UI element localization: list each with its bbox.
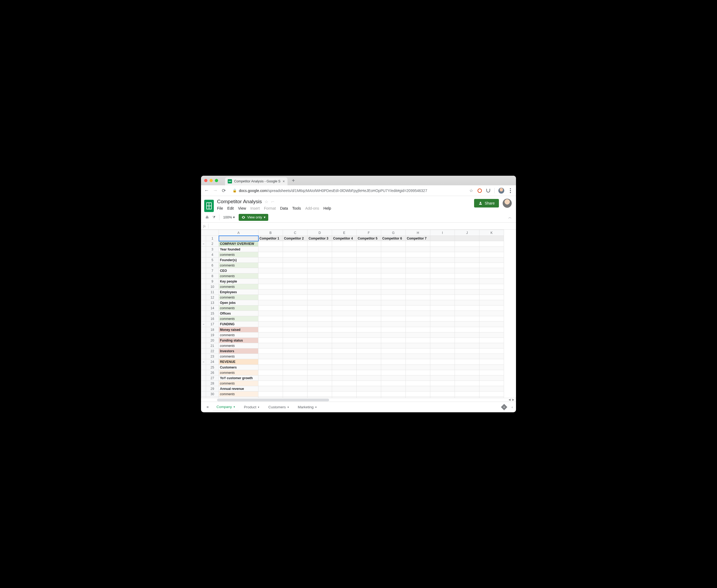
scroll-right-icon[interactable]: ▶	[512, 398, 515, 401]
cell-28-C[interactable]	[283, 381, 307, 386]
cell-9-C[interactable]	[283, 279, 307, 284]
cell-19-C[interactable]	[283, 333, 307, 338]
cell-16-A[interactable]: comments	[219, 316, 258, 321]
cell-13-E[interactable]	[332, 300, 356, 306]
cell-12-I[interactable]	[430, 295, 455, 300]
cell-4-I[interactable]	[430, 252, 455, 257]
cell-7-E[interactable]	[332, 268, 356, 273]
cell-29-A[interactable]: Annual revenue	[219, 386, 258, 392]
row-header-20[interactable]: 20	[206, 338, 219, 343]
cell-20-B[interactable]	[258, 338, 283, 343]
cell-14-F[interactable]	[356, 306, 381, 311]
cell-3-C[interactable]	[283, 247, 307, 252]
cell-1-K[interactable]	[479, 236, 504, 241]
cell-20-A[interactable]: Funding status	[219, 338, 258, 343]
cell-5-J[interactable]	[455, 257, 479, 263]
cell-23-A[interactable]: comments	[219, 354, 258, 359]
cell-24-B[interactable]	[258, 359, 283, 365]
cell-24-G[interactable]	[381, 359, 406, 365]
cell-25-A[interactable]: Customers	[219, 365, 258, 370]
cell-26-E[interactable]	[332, 370, 356, 375]
cell-18-D[interactable]	[307, 327, 332, 333]
cell-18-A[interactable]: Money raised	[219, 327, 258, 333]
group-gutter-25[interactable]	[201, 365, 206, 370]
cell-27-E[interactable]	[332, 375, 356, 381]
cell-22-C[interactable]	[283, 349, 307, 354]
print-icon[interactable]: 🖶	[205, 215, 209, 219]
cell-10-K[interactable]	[479, 284, 504, 290]
cell-11-C[interactable]	[283, 290, 307, 295]
cell-13-F[interactable]	[356, 300, 381, 306]
row-header-18[interactable]: 18	[206, 327, 219, 333]
cell-17-I[interactable]	[430, 321, 455, 327]
cell-10-H[interactable]	[406, 284, 430, 290]
cell-4-G[interactable]	[381, 252, 406, 257]
sheet-tab-customers[interactable]: Customers▾	[264, 403, 292, 412]
cell-24-D[interactable]	[307, 359, 332, 365]
cell-18-C[interactable]	[283, 327, 307, 333]
cell-10-E[interactable]	[332, 284, 356, 290]
cell-23-H[interactable]	[406, 354, 430, 359]
cell-27-H[interactable]	[406, 375, 430, 381]
cell-26-F[interactable]	[356, 370, 381, 375]
cell-28-H[interactable]	[406, 381, 430, 386]
cell-20-J[interactable]	[455, 338, 479, 343]
row-header-21[interactable]: 21	[206, 343, 219, 349]
cell-23-F[interactable]	[356, 354, 381, 359]
cell-21-H[interactable]	[406, 343, 430, 349]
cell-6-G[interactable]	[381, 263, 406, 268]
cell-2-J[interactable]	[455, 241, 479, 247]
sheet-tab-company[interactable]: Company▾	[213, 403, 239, 412]
cell-18-K[interactable]	[479, 327, 504, 333]
chevron-down-icon[interactable]: ▾	[315, 406, 317, 408]
cell-21-E[interactable]	[332, 343, 356, 349]
cell-13-A[interactable]: Open jobs	[219, 300, 258, 306]
group-gutter-15[interactable]	[201, 311, 206, 316]
chevron-down-icon[interactable]: ▾	[287, 406, 289, 408]
row-header-24[interactable]: 24	[206, 359, 219, 365]
group-gutter-18[interactable]	[201, 327, 206, 333]
cell-25-G[interactable]	[381, 365, 406, 370]
cell-8-D[interactable]	[307, 273, 332, 279]
cell-22-I[interactable]	[430, 349, 455, 354]
cell-1-H[interactable]: Competitor 7	[406, 236, 430, 241]
cell-15-H[interactable]	[406, 311, 430, 316]
cell-1-E[interactable]: Competitor 4	[332, 236, 356, 241]
group-gutter-28[interactable]	[201, 381, 206, 386]
cell-26-J[interactable]	[455, 370, 479, 375]
cell-18-H[interactable]	[406, 327, 430, 333]
cell-2-H[interactable]	[406, 241, 430, 247]
group-gutter-6[interactable]	[201, 263, 206, 268]
cell-22-D[interactable]	[307, 349, 332, 354]
profile-avatar-icon[interactable]	[498, 188, 504, 194]
forward-button[interactable]: →	[213, 188, 218, 193]
cell-25-J[interactable]	[455, 365, 479, 370]
cell-9-F[interactable]	[356, 279, 381, 284]
cell-5-D[interactable]	[307, 257, 332, 263]
chevron-down-icon[interactable]: ▾	[258, 406, 259, 408]
col-header-I[interactable]: I	[430, 230, 455, 236]
col-header-B[interactable]: B	[258, 230, 283, 236]
menu-tools[interactable]: Tools	[292, 206, 301, 210]
menu-file[interactable]: File	[217, 206, 223, 210]
address-bar[interactable]: 🔒 docs.google.com/spreadsheets/d/1M6qzMA…	[230, 187, 465, 194]
group-gutter-26[interactable]	[201, 370, 206, 375]
group-gutter-7[interactable]	[201, 268, 206, 273]
cell-13-G[interactable]	[381, 300, 406, 306]
cell-13-C[interactable]	[283, 300, 307, 306]
cell-20-D[interactable]	[307, 338, 332, 343]
scroll-left-icon[interactable]: ◀	[508, 398, 510, 401]
cell-16-G[interactable]	[381, 316, 406, 321]
browser-menu-icon[interactable]	[508, 188, 513, 193]
cell-3-I[interactable]	[430, 247, 455, 252]
cell-6-E[interactable]	[332, 263, 356, 268]
cell-3-A[interactable]: Year founded	[219, 247, 258, 252]
cell-4-B[interactable]	[258, 252, 283, 257]
cell-1-A[interactable]	[219, 236, 258, 241]
cell-17-B[interactable]	[258, 321, 283, 327]
cell-9-D[interactable]	[307, 279, 332, 284]
cell-15-F[interactable]	[356, 311, 381, 316]
cell-16-B[interactable]	[258, 316, 283, 321]
cell-7-D[interactable]	[307, 268, 332, 273]
row-header-2[interactable]: 2	[206, 241, 219, 247]
